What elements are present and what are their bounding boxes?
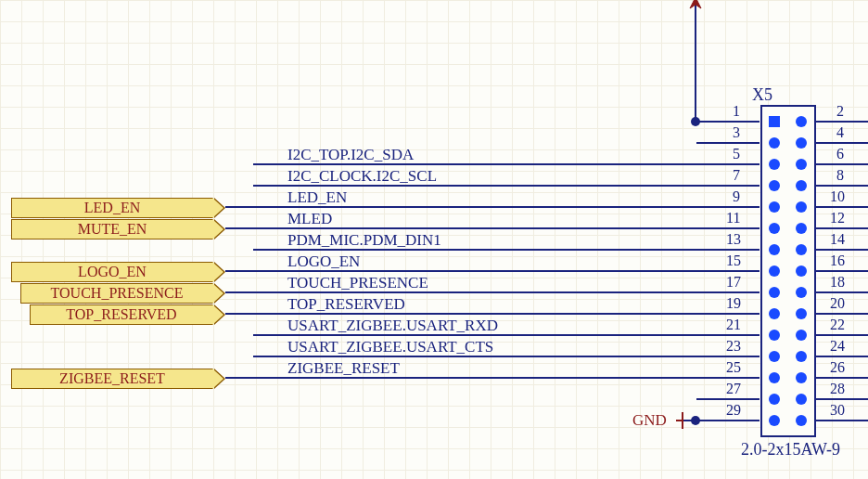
port-label: MUTE_EN [78, 221, 147, 238]
pin-stub [816, 334, 868, 336]
pin-pad-dot [769, 223, 780, 234]
pin-number: 30 [830, 402, 845, 419]
pin-stub [696, 227, 760, 229]
pin-stub [816, 185, 868, 187]
net-label: ZIGBEE_RESET [287, 359, 400, 378]
pin-number: 28 [830, 381, 845, 397]
pin-pad-dot [769, 137, 780, 149]
port-led-en: LED_EN [11, 198, 213, 218]
pin-pad-dot [769, 330, 780, 341]
pin-pad-dot [769, 201, 780, 213]
pin-stub [696, 185, 760, 187]
pin-stub [696, 249, 760, 251]
pin-stub [816, 270, 868, 272]
pin-stub [696, 291, 760, 293]
pin-stub [816, 163, 868, 165]
pin-stub [696, 313, 760, 315]
port-label: LOGO_EN [78, 264, 147, 280]
pin-stub [696, 356, 760, 357]
port-mute-en: MUTE_EN [11, 219, 213, 240]
pin-number: 16 [830, 252, 845, 269]
connector-footprint: 2.0-2x15AW-9 [741, 440, 840, 460]
pin-stub [816, 227, 868, 229]
port-label: LED_EN [84, 200, 140, 216]
wire [695, 0, 696, 122]
pin-stub [696, 398, 760, 400]
pin-number: 7 [733, 167, 740, 184]
pin-pad-dot [769, 372, 780, 383]
pin-stub [816, 291, 868, 293]
net-label: TOUCH_PRESENCE [287, 274, 428, 292]
pin-number: 11 [726, 210, 740, 227]
pin-pad-dot [796, 180, 807, 191]
pin-stub [816, 313, 868, 315]
port-zigbee-reset: ZIGBEE_RESET [11, 369, 213, 389]
net-label: PDM_MIC.PDM_DIN1 [287, 231, 441, 250]
pin-pad-dot [796, 223, 807, 234]
pin-number: 19 [726, 295, 741, 312]
pin-stub [816, 377, 868, 379]
pin-number: 12 [830, 210, 845, 227]
schematic-canvas: X5 2.0-2x15AW-9 1 2 3 4 5 6 I2C_TOP.I2C_… [0, 0, 868, 479]
pin-pad-dot [769, 265, 780, 277]
pin-pad-dot [796, 287, 807, 298]
pin-stub [816, 249, 868, 251]
pin-number: 22 [830, 317, 845, 333]
pin-pad-dot [796, 330, 807, 341]
pin-pad-dot [796, 394, 807, 405]
pin-number: 2 [836, 103, 844, 120]
pin-pad-dot [769, 159, 780, 170]
pin-number: 14 [830, 231, 845, 248]
port-label: ZIGBEE_RESET [59, 370, 165, 387]
pin-stub [696, 142, 760, 144]
connector-designator: X5 [752, 85, 772, 105]
pin-stub [696, 377, 760, 379]
junction-dot [691, 416, 700, 425]
pin-pad-dot [796, 351, 807, 362]
pin-stub [696, 121, 760, 123]
pin-stub [696, 206, 760, 208]
gnd-symbol-icon [673, 412, 686, 431]
pin-pad-dot [769, 351, 780, 362]
pin-number: 21 [726, 317, 741, 333]
pin-pad-dot [796, 308, 807, 319]
pin-stub [816, 206, 868, 208]
pin-pad-dot [769, 244, 780, 255]
pin-number: 13 [726, 231, 741, 248]
net-label: I2C_TOP.I2C_SDA [287, 146, 414, 164]
pin-pad-dot [796, 159, 807, 170]
pin-pad-dot [769, 287, 780, 298]
net-label: MLED [287, 210, 332, 228]
pin-pad-dot [796, 372, 807, 383]
port-label: TOUCH_PRESENCE [51, 285, 184, 302]
pin-number: 29 [726, 402, 741, 419]
pin-number: 3 [733, 124, 740, 141]
net-label: LOGO_EN [287, 252, 360, 271]
port-label: TOP_RESERVED [66, 306, 176, 323]
pin-number: 9 [733, 188, 740, 205]
gnd-label: GND [632, 411, 667, 430]
pin-pad-dot [769, 415, 780, 426]
net-label: LED_EN [287, 188, 347, 207]
pin-number: 6 [836, 146, 844, 162]
pin-number: 25 [726, 359, 741, 376]
net-label: USART_ZIGBEE.USART_RXD [287, 317, 498, 335]
pin-number: 8 [836, 167, 844, 184]
port-touch-presence: TOUCH_PRESENCE [20, 283, 213, 304]
port-logo-en: LOGO_EN [11, 262, 213, 282]
pin-pad-dot [796, 116, 807, 127]
pin-stub [816, 420, 868, 421]
pin-number: 18 [830, 274, 845, 291]
pin-stub [816, 398, 868, 400]
pin-number: 26 [830, 359, 845, 376]
pin-pad-dot [796, 265, 807, 277]
pin-stub [696, 270, 760, 272]
port-top-reserved: TOP_RESERVED [30, 304, 213, 325]
pin-number: 5 [733, 146, 740, 162]
pin-stub [816, 121, 868, 123]
pin-pad-dot [796, 244, 807, 255]
power-arrow-icon [687, 0, 704, 14]
pin-stub [816, 356, 868, 357]
net-label: USART_ZIGBEE.USART_CTS [287, 338, 493, 356]
pin-pad-square [769, 116, 780, 127]
